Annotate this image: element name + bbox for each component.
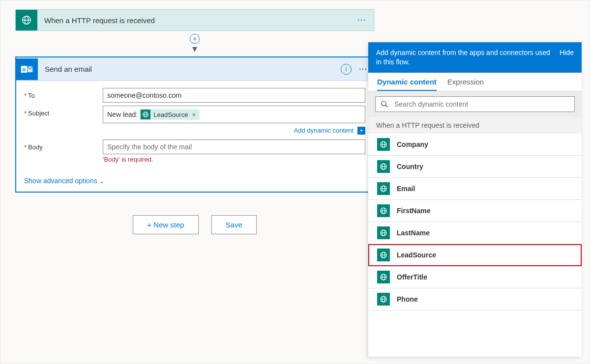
tab-dynamic-content[interactable]: Dynamic content: [377, 78, 437, 91]
subject-token[interactable]: LeadSource ×: [140, 109, 200, 120]
connector: + ▾: [15, 31, 374, 56]
svg-line-10: [385, 105, 387, 107]
trigger-more-menu[interactable]: ···: [350, 10, 374, 30]
subject-label: Subject: [28, 110, 49, 117]
hide-panel-link[interactable]: Hide: [554, 48, 574, 57]
item-name: OfferTitle: [397, 273, 427, 281]
trigger-title: When a HTTP request is received: [37, 10, 350, 30]
globe-icon: [377, 138, 390, 151]
to-label: To: [28, 92, 35, 99]
token-label: LeadSource: [153, 111, 188, 118]
trigger-card[interactable]: When a HTTP request is received ···: [15, 9, 374, 31]
subject-input[interactable]: New lead: LeadSource ×: [103, 106, 365, 123]
globe-icon: [16, 10, 37, 30]
item-name: LeadSource: [397, 251, 436, 259]
dynamic-item[interactable]: LeadSource: [368, 244, 582, 266]
subject-prefix: New lead:: [107, 111, 138, 118]
panel-caret-icon: [364, 132, 368, 140]
globe-icon: [377, 293, 390, 306]
item-name: FirstName: [397, 207, 430, 215]
new-step-button[interactable]: + New step: [133, 215, 198, 234]
show-advanced-link[interactable]: Show advanced options⌄: [16, 172, 373, 192]
body-input[interactable]: Specify the body of the mail: [103, 140, 365, 154]
panel-description: Add dynamic content from the apps and co…: [376, 48, 554, 67]
search-field[interactable]: [393, 100, 569, 109]
arrow-down-icon: ▾: [192, 46, 197, 52]
search-dynamic-input[interactable]: [375, 96, 575, 112]
save-button[interactable]: Save: [211, 215, 257, 234]
svg-text:o: o: [22, 66, 25, 72]
to-input[interactable]: someone@contoso.com: [103, 88, 365, 103]
info-icon[interactable]: i: [339, 64, 354, 75]
action-title: Send an email: [38, 65, 339, 73]
add-dynamic-link[interactable]: Add dynamic content: [294, 127, 354, 134]
item-name: Country: [397, 163, 423, 170]
body-error: 'Body' is required.: [103, 156, 365, 163]
globe-icon: [377, 182, 390, 195]
tab-expression[interactable]: Expression: [447, 78, 484, 91]
dynamic-item[interactable]: Phone: [368, 288, 582, 310]
globe-icon: [377, 160, 390, 173]
svg-point-9: [382, 101, 386, 106]
add-step-icon[interactable]: +: [190, 34, 200, 44]
dynamic-item[interactable]: LastName: [368, 222, 582, 244]
globe-icon: [377, 204, 390, 217]
outlook-icon: o: [16, 58, 38, 80]
search-icon: [381, 100, 388, 108]
globe-icon: [141, 110, 150, 119]
item-name: Email: [397, 185, 415, 193]
item-name: Phone: [397, 295, 418, 303]
dynamic-item[interactable]: Email: [368, 178, 582, 200]
dynamic-content-panel: Add dynamic content from the apps and co…: [368, 42, 582, 357]
dynamic-item[interactable]: Country: [368, 156, 582, 178]
chevron-down-icon: ⌄: [99, 178, 104, 185]
dynamic-item[interactable]: Company: [368, 134, 582, 156]
globe-icon: [377, 271, 390, 283]
globe-icon: [377, 226, 390, 239]
dynamic-item[interactable]: FirstName: [368, 200, 582, 222]
item-name: LastName: [397, 229, 430, 237]
remove-token-icon[interactable]: ×: [192, 111, 196, 118]
dynamic-item[interactable]: OfferTitle: [368, 266, 582, 288]
globe-icon: [377, 249, 390, 261]
action-card: o Send an email i ··· *To someone@contos…: [15, 56, 374, 193]
body-label: Body: [28, 143, 43, 151]
item-name: Company: [397, 140, 428, 148]
group-header: When a HTTP request is received: [368, 117, 582, 134]
dynamic-content-list[interactable]: When a HTTP request is received CompanyC…: [368, 117, 582, 357]
action-header[interactable]: o Send an email i ···: [16, 57, 373, 81]
